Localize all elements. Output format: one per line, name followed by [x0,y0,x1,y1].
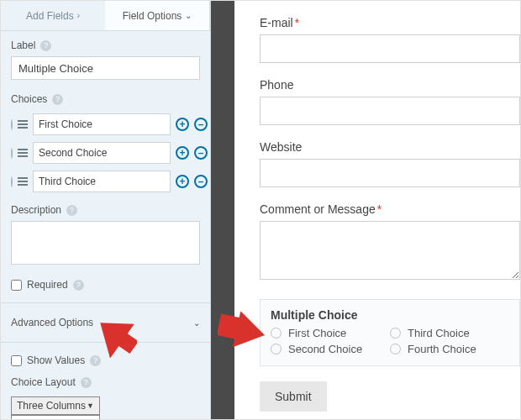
help-icon[interactable]: ? [81,377,92,388]
radio-icon [271,344,282,354]
help-icon[interactable]: ? [40,40,51,51]
svg-marker-0 [95,316,137,358]
add-choice-button[interactable] [176,175,189,188]
choice-layout-display[interactable]: Three Columns ▼ [11,396,100,415]
tab-field-options[interactable]: Field Options ⌄ [105,1,210,30]
remove-choice-button[interactable] [194,118,208,131]
choice-input[interactable] [33,113,171,135]
field-comment: Comment or Message* [260,202,520,282]
description-textarea[interactable] [11,221,200,265]
required-label: Required [27,279,68,291]
required-asterisk: * [377,202,382,216]
email-input[interactable] [260,34,520,63]
show-values-label: Show Values [27,354,85,366]
tab-add-fields[interactable]: Add Fields › [1,1,105,30]
choice-layout-value: Three Columns [17,400,86,412]
comment-textarea[interactable] [260,221,520,280]
annotation-arrow-icon [95,316,137,358]
divider [1,302,210,303]
drag-handle-icon[interactable] [18,149,28,157]
required-checkbox[interactable] [11,280,22,291]
panel-gutter [211,1,234,419]
layout-option[interactable]: One Column [12,416,99,420]
add-choice-button[interactable] [176,146,189,160]
drag-handle-icon[interactable] [18,177,28,186]
choice-input[interactable] [33,171,171,192]
remove-choice-button[interactable] [194,175,208,188]
chevron-down-icon: ⌄ [185,11,192,20]
tab-add-fields-label: Add Fields [26,10,74,22]
radio-icon [271,328,282,339]
mc-option[interactable]: Second Choice [271,343,390,355]
choice-layout-section: Choice Layout ? [1,373,210,393]
required-row: Required ? [1,272,210,297]
remove-choice-button[interactable] [194,146,208,160]
field-website: Website [260,140,520,187]
comment-label: Comment or Message [260,202,376,216]
description-section: Description ? [1,196,210,221]
choices-section-text: Choices [11,93,47,105]
required-asterisk: * [295,16,299,29]
phone-label: Phone [260,78,293,92]
show-values-checkbox[interactable] [11,355,22,366]
mc-option-label: Second Choice [288,343,362,355]
label-input[interactable] [11,56,200,80]
builder-tabs: Add Fields › Field Options ⌄ [1,1,210,31]
mc-option[interactable]: Fourth Choice [390,343,509,355]
tab-field-options-label: Field Options [123,10,182,22]
mc-option[interactable]: First Choice [271,327,390,339]
choice-input[interactable] [33,142,171,164]
mc-option-label: Fourth Choice [408,343,476,355]
mc-option-label: First Choice [288,327,346,339]
description-section-text: Description [11,204,61,216]
mc-option[interactable]: Third Choice [390,327,509,339]
annotation-arrow-icon [218,312,265,354]
radio-icon[interactable] [11,148,13,159]
chevron-right-icon: › [77,11,80,20]
website-input[interactable] [260,159,520,187]
field-email: E-mail* [260,16,520,63]
multiple-choice-field[interactable]: Multiple Choice First Choice Third Choic… [260,299,520,366]
advanced-options-label: Advanced Options [11,317,93,328]
chevron-down-icon: ⌄ [193,318,200,328]
form-preview: E-mail* Phone Website Comment or Message… [234,1,520,419]
help-icon[interactable]: ? [73,280,84,291]
label-section: Label ? [1,31,210,56]
choice-row [1,167,210,196]
help-icon[interactable]: ? [66,205,77,216]
svg-marker-1 [218,312,265,353]
help-icon[interactable]: ? [52,94,63,105]
submit-button[interactable]: Submit [260,381,327,412]
radio-icon[interactable] [11,176,13,187]
add-choice-button[interactable] [176,118,189,131]
choice-layout-select[interactable]: Three Columns ▼ One Column Two Columns T… [11,396,100,415]
label-section-text: Label [11,39,35,51]
field-phone: Phone [260,78,520,125]
email-label: E-mail [260,16,293,29]
choice-layout-label: Choice Layout [11,376,76,388]
mc-option-label: Third Choice [408,327,470,339]
radio-icon [390,344,401,354]
choice-layout-dropdown: One Column Two Columns Three Columns [11,415,100,420]
caret-down-icon: ▼ [87,402,94,410]
mc-title: Multiple Choice [271,308,509,322]
choice-row [1,139,210,167]
radio-icon [390,328,401,339]
website-label: Website [260,140,302,154]
choice-row [1,110,210,139]
radio-icon[interactable] [11,119,13,130]
drag-handle-icon[interactable] [18,120,28,129]
phone-input[interactable] [260,97,520,125]
choices-section: Choices ? [1,85,210,110]
mc-options-grid: First Choice Third Choice Second Choice … [271,327,509,355]
